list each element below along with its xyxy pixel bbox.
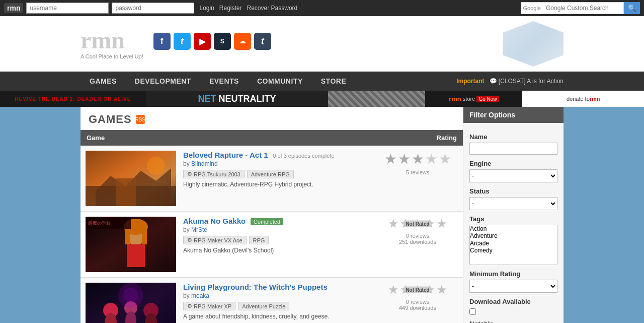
search-input[interactable] bbox=[543, 3, 623, 14]
game-author-link-2[interactable]: MrSte bbox=[191, 226, 207, 233]
rss-icon[interactable]: RSS bbox=[136, 115, 145, 124]
game-info-3: Living Playground: The Witch's Puppets b… bbox=[181, 283, 330, 323]
game-tags-3: ⚙ RPG Maker XP Adventure Puzzle bbox=[183, 302, 330, 310]
star-1-2: ★ bbox=[398, 151, 411, 167]
tag-rpgvxace[interactable]: ⚙ RPG Maker VX Ace bbox=[183, 236, 247, 244]
game-episode-status-1: 0 of 3 episodes complete bbox=[273, 153, 334, 159]
youtube-icon[interactable]: ▶ bbox=[194, 33, 211, 50]
table-row: Living Playground: The Witch's Puppets b… bbox=[80, 278, 463, 324]
login-link[interactable]: Login bbox=[199, 5, 214, 12]
engine-filter-select[interactable]: - bbox=[469, 169, 557, 182]
tag-rpgxp[interactable]: ⚙ RPG Maker XP bbox=[183, 302, 235, 310]
svg-rect-7 bbox=[127, 244, 145, 267]
important-label: Important bbox=[456, 78, 484, 85]
min-rating-select[interactable]: - bbox=[469, 280, 557, 293]
nav-store[interactable]: STORE bbox=[312, 72, 355, 91]
banner-net-neutrality[interactable]: NET NEUTRALITY bbox=[146, 91, 328, 107]
game-content-2: 悪魔の学校 Akuma No Gakko Completed by MrSte bbox=[86, 217, 367, 272]
game-author-3: by meaka bbox=[183, 292, 330, 299]
banners-bar: REVIVE THE DEAD 2: DEADER OR ALIVE NET N… bbox=[0, 91, 644, 107]
review-count-1: 5 reviews bbox=[377, 169, 458, 175]
rating-col-header: Rating bbox=[372, 130, 463, 146]
nav-community[interactable]: COMMUNITY bbox=[248, 72, 312, 91]
game-info-1: Beloved Rapture - Act 1 0 of 3 episodes … bbox=[181, 151, 335, 206]
social-icons: f t ▶ S ☁ t bbox=[153, 33, 271, 50]
page-title: GAMES bbox=[89, 113, 132, 126]
game-desc-2: Akuma No Gakko (Devil's School) bbox=[183, 247, 283, 254]
tag-option-comedy: Comedy bbox=[470, 247, 557, 254]
google-label: Google bbox=[521, 5, 543, 11]
filter-header: Filter Options bbox=[463, 107, 564, 123]
not-rated-text-2: Not Rated bbox=[404, 221, 431, 227]
name-filter-input[interactable] bbox=[469, 143, 557, 155]
game-author-2: by MrSte bbox=[183, 226, 283, 233]
download-checkbox-row bbox=[469, 308, 557, 315]
username-input[interactable] bbox=[26, 3, 109, 14]
soundcloud-icon[interactable]: ☁ bbox=[234, 33, 251, 50]
engine-icon-2: ⚙ bbox=[187, 237, 192, 243]
game-cell-1: Beloved Rapture - Act 1 0 of 3 episodes … bbox=[80, 146, 372, 212]
game-completed-badge-2: Completed bbox=[251, 218, 283, 225]
star-1-3: ★ bbox=[412, 151, 424, 167]
announcement-text: 💬 [CLOSAT] A is for Action bbox=[490, 78, 564, 85]
games-table: Game Rating bbox=[80, 130, 463, 323]
banner-store[interactable]: rmn store Go Now bbox=[425, 91, 522, 107]
topbar-logo: rmn bbox=[4, 3, 23, 13]
tag-adventure-puzzle[interactable]: Adventure Puzzle bbox=[238, 302, 289, 310]
tagline: A Cool Place to Level Up! bbox=[80, 53, 143, 59]
tumblr-icon[interactable]: t bbox=[254, 33, 271, 50]
facebook-icon[interactable]: f bbox=[153, 33, 171, 50]
game-cell-3: Living Playground: The Witch's Puppets b… bbox=[80, 278, 372, 324]
nr-star-3-1: ★ bbox=[388, 283, 399, 297]
review-count-3: 0 reviews bbox=[377, 299, 458, 305]
engine-filter-label: Engine bbox=[469, 160, 557, 167]
tag-option-adventure: Adventure bbox=[470, 232, 557, 239]
steam-icon[interactable]: S bbox=[214, 33, 231, 50]
banner-donate[interactable]: donate to rmn bbox=[522, 91, 644, 107]
tag-rpgtsukuru[interactable]: ⚙ RPG Tsukuru 2003 bbox=[183, 170, 245, 178]
game-author-1: by Blindmind bbox=[183, 160, 335, 167]
status-filter-select[interactable]: - bbox=[469, 197, 557, 210]
nav-events[interactable]: EVENTS bbox=[200, 72, 248, 91]
game-desc-3: A game about friendship, kindness, cruel… bbox=[183, 313, 330, 320]
game-author-link-3[interactable]: meaka bbox=[191, 292, 209, 299]
banner-pattern[interactable] bbox=[328, 91, 425, 107]
twitter-icon[interactable]: t bbox=[174, 33, 191, 50]
search-button[interactable]: 🔍 bbox=[624, 2, 640, 14]
not-rated-3: ★ ★ ★ ★ ★ Not Rated bbox=[377, 283, 458, 297]
game-col-header: Game bbox=[80, 130, 372, 146]
site-logo: rmn A Cool Place to Level Up! bbox=[80, 28, 143, 59]
rating-cell-3: ★ ★ ★ ★ ★ Not Rated 0 reviews 449 downlo… bbox=[372, 278, 463, 324]
auth-links: Login Register Recover Password bbox=[199, 5, 297, 12]
game-tags-2: ⚙ RPG Maker VX Ace RPG bbox=[183, 236, 283, 244]
tag-option-action: Action bbox=[470, 225, 557, 232]
tag-rpg[interactable]: RPG bbox=[249, 236, 269, 244]
nav-development[interactable]: DEVELOPMENT bbox=[126, 72, 200, 91]
topbar: rmn Login Register Recover Password Goog… bbox=[0, 0, 644, 16]
recover-password-link[interactable]: Recover Password bbox=[247, 5, 298, 12]
main-content: GAMES RSS Game Rating bbox=[80, 107, 564, 323]
download-label: Download Available bbox=[469, 298, 557, 305]
tags-filter-listbox[interactable]: Action Adventure Arcade Comedy bbox=[469, 225, 557, 265]
not-rated-2: ★ ★ ★ ★ ★ Not Rated bbox=[377, 217, 458, 231]
game-tags-1: ⚙ RPG Tsukuru 2003 Adventure RPG bbox=[183, 170, 335, 178]
tag-adventure-rpg[interactable]: Adventure RPG bbox=[247, 170, 294, 178]
download-checkbox[interactable] bbox=[469, 308, 476, 315]
game-cell-2: 悪魔の学校 Akuma No Gakko Completed by MrSte bbox=[80, 212, 372, 278]
game-author-link-1[interactable]: Blindmind bbox=[191, 160, 218, 167]
game-thumbnail-1 bbox=[86, 151, 176, 206]
game-thumbnail-3 bbox=[86, 283, 176, 323]
password-input[interactable] bbox=[112, 3, 194, 14]
svg-rect-10 bbox=[142, 224, 147, 244]
navbar: GAMES DEVELOPMENT EVENTS COMMUNITY STORE… bbox=[0, 72, 644, 91]
tag-option-arcade: Arcade bbox=[470, 240, 557, 247]
game-title-2[interactable]: Akuma No Gakko bbox=[183, 217, 246, 225]
game-title-3[interactable]: Living Playground: The Witch's Puppets bbox=[183, 283, 328, 291]
register-link[interactable]: Register bbox=[219, 5, 242, 12]
nr-star-2-1: ★ bbox=[388, 217, 399, 231]
banner-revive[interactable]: REVIVE THE DEAD 2: DEADER OR ALIVE bbox=[0, 91, 146, 107]
game-desc-1: Highly cinematic, Adventure-RPG Hybrid p… bbox=[183, 181, 335, 188]
star-1-4: ★ bbox=[425, 151, 438, 167]
nav-games[interactable]: GAMES bbox=[80, 72, 126, 91]
game-title-1[interactable]: Beloved Rapture - Act 1 bbox=[183, 151, 268, 159]
